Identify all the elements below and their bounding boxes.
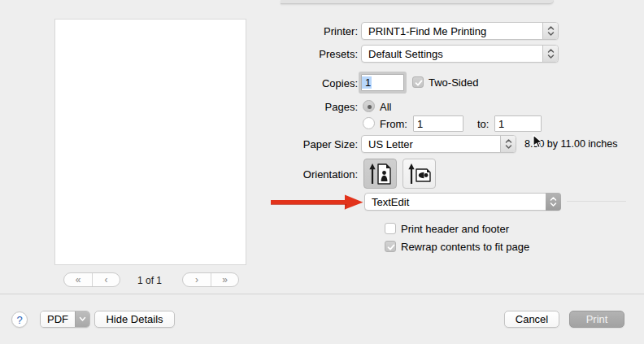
pages-from-label: From: [380, 118, 407, 130]
pages-all-label: All [380, 101, 391, 113]
next-page-button[interactable]: › [183, 273, 211, 286]
orientation-label: Orientation: [260, 168, 358, 181]
checkmark-icon [414, 78, 424, 88]
pages-all-radio[interactable] [363, 100, 375, 112]
pages-label: Pages: [260, 101, 358, 113]
print-label: Print [586, 313, 608, 325]
pages-from-value: 1 [414, 118, 424, 130]
updown-chevrons-icon [546, 193, 561, 211]
mouse-cursor-icon [533, 134, 543, 149]
pages-from-input[interactable]: 1 [413, 115, 463, 132]
print-button[interactable]: Print [569, 311, 624, 328]
pages-to-value: 1 [495, 118, 505, 130]
footer-divider [0, 294, 644, 294]
landscape-orientation-icon [407, 163, 432, 185]
updown-chevrons-icon [542, 23, 558, 39]
paper-size-popup-value: US Letter [362, 138, 500, 150]
updown-chevrons-icon [542, 46, 558, 62]
print-header-footer-label: Print header and footer [401, 223, 509, 235]
previous-page-button[interactable]: ‹ [92, 273, 120, 286]
background-window-edge [281, 0, 554, 4]
rewrap-contents-checkbox[interactable] [385, 241, 396, 252]
previous-page-icon: ‹ [105, 275, 108, 285]
app-options-popup-value: TextEdit [365, 196, 546, 208]
pages-to-input[interactable]: 1 [494, 115, 542, 132]
two-sided-label: Two-Sided [429, 76, 478, 89]
section-divider [567, 201, 626, 202]
printer-label: Printer: [260, 25, 358, 37]
page-nav-forward-group: › » [182, 272, 239, 287]
hide-details-button[interactable]: Hide Details [94, 311, 175, 328]
cancel-button[interactable]: Cancel [504, 311, 559, 328]
presets-popup-value: Default Settings [362, 48, 542, 60]
app-options-popup[interactable]: TextEdit [364, 193, 561, 211]
print-preview-page [55, 20, 246, 264]
portrait-orientation-icon [368, 163, 393, 185]
rewrap-contents-label: Rewrap contents to fit page [401, 241, 529, 253]
paper-size-label: Paper Size: [260, 138, 358, 150]
page-count-label: 1 of 1 [127, 275, 172, 286]
orientation-portrait-button[interactable] [363, 159, 397, 189]
help-question-icon: ? [16, 314, 22, 326]
annotation-red-arrow-icon [271, 194, 363, 210]
first-page-icon: « [76, 275, 81, 285]
checkmark-icon [386, 242, 396, 252]
copies-label: Copies: [260, 77, 358, 89]
first-page-button[interactable]: « [64, 273, 92, 286]
pdf-button-label: PDF [41, 311, 75, 327]
updown-chevrons-icon [500, 136, 516, 152]
page-nav-back-group: « ‹ [63, 272, 120, 287]
pdf-menu-button[interactable]: PDF [40, 311, 90, 328]
copies-input-value: 1 [362, 76, 372, 89]
orientation-landscape-button[interactable] [402, 159, 436, 189]
printer-popup-value: PRINT1-Find Me Printing [362, 25, 542, 37]
pages-from-radio[interactable] [363, 117, 375, 129]
last-page-icon: » [222, 275, 228, 285]
print-header-footer-checkbox[interactable] [385, 223, 396, 234]
help-button[interactable]: ? [11, 311, 28, 328]
hide-details-label: Hide Details [106, 313, 163, 325]
chevron-down-icon [75, 311, 89, 327]
copies-input[interactable]: 1 [361, 74, 404, 91]
cancel-label: Cancel [516, 313, 548, 325]
pages-to-label: to: [477, 118, 489, 130]
two-sided-checkbox[interactable] [412, 76, 424, 88]
last-page-button[interactable]: » [211, 273, 238, 286]
next-page-icon: › [195, 275, 198, 285]
presets-label: Presets: [260, 48, 358, 60]
paper-size-popup[interactable]: US Letter [361, 135, 516, 153]
presets-popup[interactable]: Default Settings [361, 45, 559, 63]
printer-popup[interactable]: PRINT1-Find Me Printing [361, 22, 559, 40]
